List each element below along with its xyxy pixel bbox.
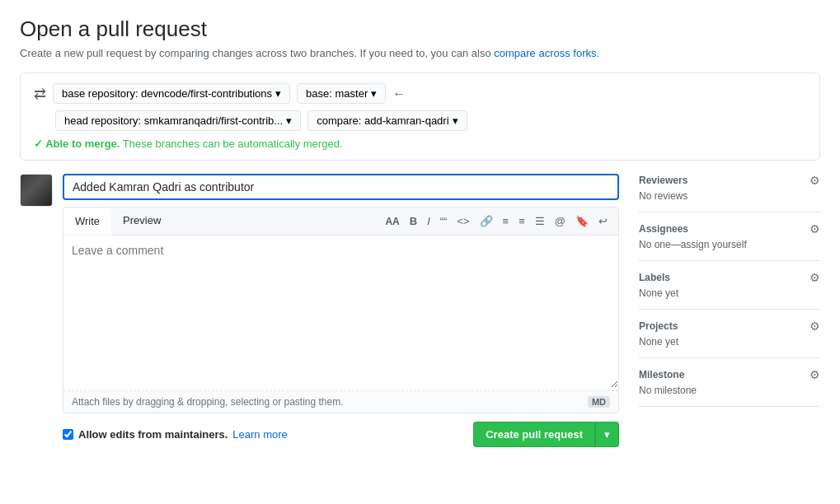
milestone-gear-icon[interactable]: ⚙: [809, 368, 820, 381]
bottom-bar: Allow edits from maintainers. Learn more…: [63, 422, 619, 447]
tab-write[interactable]: Write: [63, 208, 111, 236]
assignees-header: Assignees ⚙: [639, 222, 820, 236]
toolbar-code-icon[interactable]: <>: [454, 213, 472, 229]
branch-row-base: ⇄ base repository: devncode/first-contri…: [34, 83, 806, 104]
sync-icon: ⇄: [34, 85, 46, 103]
assignees-gear-icon[interactable]: ⚙: [809, 222, 820, 236]
attach-text: Attach files by dragging & dropping, sel…: [72, 396, 344, 408]
branch-row-head: head repository: smkamranqadri/first-con…: [34, 110, 806, 131]
base-repo-button[interactable]: base repository: devncode/first-contribu…: [53, 83, 290, 104]
page-title: Open a pull request: [20, 16, 820, 42]
form-column: Write Preview AA B I ““ <> 🔗 ≡ ≡ ☰ @: [63, 174, 619, 447]
labels-section: Labels ⚙ None yet: [639, 261, 820, 310]
labels-title: Labels: [639, 272, 670, 283]
assignees-value: No one—assign yourself: [639, 239, 820, 250]
reviewers-title: Reviewers: [639, 175, 687, 186]
toolbar-mention-icon[interactable]: @: [552, 213, 568, 229]
compare-forks-link[interactable]: compare across forks.: [494, 47, 599, 59]
milestone-header: Milestone ⚙: [639, 368, 820, 381]
avatar-image: [21, 175, 52, 206]
projects-section: Projects ⚙ None yet: [639, 310, 820, 358]
attach-bar: Attach files by dragging & dropping, sel…: [63, 390, 618, 413]
merge-status: ✓ Able to merge. These branches can be a…: [34, 138, 806, 150]
sidebar: Reviewers ⚙ No reviews Assignees ⚙ No on…: [639, 174, 820, 447]
avatar: [20, 174, 53, 207]
milestone-value: No milestone: [639, 385, 820, 396]
toolbar-unordered-list-icon[interactable]: ≡: [500, 213, 512, 229]
tab-preview[interactable]: Preview: [111, 208, 172, 235]
milestone-section: Milestone ⚙ No milestone: [639, 358, 820, 407]
assignees-title: Assignees: [639, 223, 688, 235]
projects-gear-icon[interactable]: ⚙: [809, 320, 820, 333]
labels-value: None yet: [639, 287, 820, 299]
assignees-section: Assignees ⚙ No one—assign yourself: [639, 212, 820, 261]
editor-box: Write Preview AA B I ““ <> 🔗 ≡ ≡ ☰ @: [63, 207, 619, 413]
toolbar-text-size-icon[interactable]: AA: [382, 214, 401, 229]
reviewers-section: Reviewers ⚙ No reviews: [639, 174, 820, 212]
reviewers-value: No reviews: [639, 190, 820, 202]
editor-tabs: Write Preview: [63, 208, 172, 235]
toolbar-icons: AA B I ““ <> 🔗 ≡ ≡ ☰ @ 🔖 ↩: [374, 213, 618, 229]
toolbar-bold-icon[interactable]: B: [407, 213, 420, 229]
reviewers-gear-icon[interactable]: ⚙: [809, 174, 820, 187]
milestone-title: Milestone: [639, 369, 684, 380]
toolbar-link-icon[interactable]: 🔗: [477, 213, 495, 229]
comment-textarea[interactable]: [63, 236, 618, 388]
toolbar-undo-icon[interactable]: ↩: [596, 213, 610, 229]
left-column: Write Preview AA B I ““ <> 🔗 ≡ ≡ ☰ @: [20, 174, 619, 447]
learn-more-link[interactable]: Learn more: [232, 428, 287, 441]
page-subtitle: Create a new pull request by comparing c…: [20, 47, 820, 59]
toolbar-ordered-list-icon[interactable]: ≡: [516, 213, 528, 229]
labels-header: Labels ⚙: [639, 271, 820, 284]
markdown-badge: MD: [588, 396, 610, 408]
branch-selector-box: ⇄ base repository: devncode/first-contri…: [20, 72, 820, 161]
projects-value: None yet: [639, 336, 820, 348]
pr-title-input[interactable]: [63, 174, 619, 200]
toolbar-italic-icon[interactable]: I: [425, 213, 433, 229]
maintainer-edits-checkbox[interactable]: [63, 429, 73, 440]
toolbar-reference-icon[interactable]: 🔖: [573, 213, 591, 229]
base-branch-button[interactable]: base: master ▾: [297, 83, 386, 104]
reviewers-header: Reviewers ⚙: [639, 174, 820, 187]
create-button-dropdown[interactable]: ▾: [595, 422, 619, 447]
maintainer-edits-label: Allow edits from maintainers. Learn more: [63, 428, 288, 441]
labels-gear-icon[interactable]: ⚙: [809, 271, 820, 284]
projects-header: Projects ⚙: [639, 320, 820, 333]
create-button-group: Create pull request ▾: [473, 422, 619, 447]
projects-title: Projects: [639, 320, 678, 332]
main-area: Write Preview AA B I ““ <> 🔗 ≡ ≡ ☰ @: [20, 174, 820, 447]
editor-toolbar: Write Preview AA B I ““ <> 🔗 ≡ ≡ ☰ @: [63, 208, 618, 236]
create-pull-request-button[interactable]: Create pull request: [473, 422, 595, 447]
toolbar-task-list-icon[interactable]: ☰: [533, 213, 547, 229]
compare-branch-button[interactable]: compare: add-kamran-qadri ▾: [307, 110, 467, 131]
head-repo-button[interactable]: head repository: smkamranqadri/first-con…: [55, 110, 301, 131]
toolbar-quote-icon[interactable]: ““: [438, 213, 450, 229]
arrow-left-icon: ←: [392, 86, 406, 101]
